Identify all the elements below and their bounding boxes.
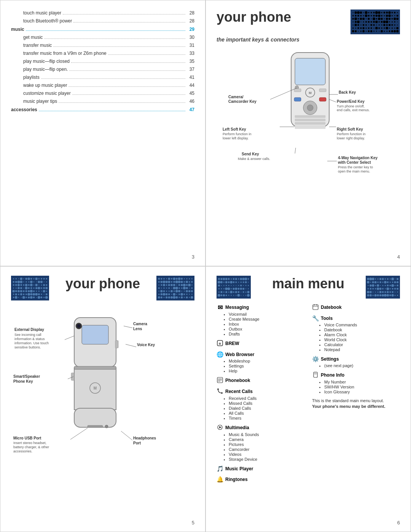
svg-point-126 <box>396 30 398 32</box>
svg-point-86 <box>386 24 388 26</box>
svg-text:Turn phone on/off,: Turn phone on/off, <box>337 104 365 108</box>
svg-rect-372 <box>74 366 116 369</box>
svg-point-263 <box>41 296 43 298</box>
toc-label: play music—flip closed <box>11 58 70 65</box>
toc-dots <box>26 30 185 31</box>
svg-point-248 <box>38 293 40 295</box>
toc-label: play music—flip open. <box>11 66 68 73</box>
svg-point-361 <box>184 297 185 298</box>
svg-point-1 <box>353 12 354 13</box>
svg-text:information & status: information & status <box>14 337 45 341</box>
svg-text:with Center Select: with Center Select <box>338 160 371 165</box>
toc-item: wake up music player 44 <box>11 82 194 89</box>
list-item: Voicemail <box>229 312 304 316</box>
svg-point-83 <box>379 24 380 26</box>
menu-section-title: B BREW <box>217 340 304 347</box>
svg-point-505 <box>397 281 398 283</box>
svg-point-245 <box>30 293 32 295</box>
svg-point-483 <box>375 278 376 279</box>
svg-point-229 <box>25 290 27 292</box>
svg-line-161 <box>295 148 296 153</box>
svg-point-520 <box>370 288 371 289</box>
svg-point-228 <box>23 290 25 292</box>
svg-point-352 <box>161 296 162 298</box>
svg-point-257 <box>25 297 27 298</box>
svg-point-469 <box>226 294 227 296</box>
svg-point-120 <box>381 30 383 32</box>
svg-point-529 <box>392 288 393 289</box>
svg-point-268 <box>161 278 162 279</box>
svg-point-362 <box>186 296 188 298</box>
svg-point-353 <box>164 297 165 298</box>
svg-line-158 <box>329 99 336 102</box>
page6-title: main menu <box>251 276 366 292</box>
svg-point-74 <box>355 24 357 26</box>
svg-text:Perform function in: Perform function in <box>337 132 366 136</box>
phone-svg-4: M <box>221 49 396 201</box>
svg-point-258 <box>28 296 30 298</box>
svg-text:4-Way Navigation Key: 4-Way Navigation Key <box>338 156 378 160</box>
svg-text:Micro USB Port: Micro USB Port <box>13 436 41 440</box>
svg-point-227 <box>20 290 22 292</box>
svg-point-107 <box>394 27 395 29</box>
svg-point-337 <box>158 293 160 295</box>
svg-point-364 <box>191 296 193 298</box>
menu-section-phoneinfo: Phone Info My Number SW/HW Version Icon … <box>312 372 400 394</box>
svg-point-488 <box>387 278 389 280</box>
svg-point-310 <box>161 288 162 289</box>
svg-point-493 <box>367 281 370 283</box>
svg-point-66 <box>381 21 383 23</box>
ringtones-label: Ringtones <box>225 477 248 482</box>
svg-point-236 <box>43 290 45 292</box>
svg-point-448 <box>237 288 239 289</box>
toc-page: 46 <box>187 98 194 105</box>
svg-point-200 <box>23 284 24 286</box>
svg-text:open the main menu.: open the main menu. <box>338 169 370 173</box>
page-title: your phone <box>217 10 291 24</box>
menu-section-messaging: ✉ Messaging Voicemail Create Message Inb… <box>217 304 304 336</box>
svg-point-434 <box>236 285 236 286</box>
svg-point-187 <box>25 281 27 282</box>
svg-point-6 <box>365 11 368 14</box>
svg-rect-374 <box>88 425 103 428</box>
svg-point-243 <box>25 293 27 295</box>
svg-point-525 <box>382 288 384 289</box>
svg-point-491 <box>395 278 395 279</box>
svg-point-307 <box>188 284 191 286</box>
svg-point-540 <box>387 291 389 293</box>
svg-point-97 <box>368 27 370 29</box>
svg-point-256 <box>22 296 25 299</box>
svg-point-11 <box>378 11 380 14</box>
svg-point-427 <box>218 284 220 286</box>
svg-text:lower left display.: lower left display. <box>223 136 249 140</box>
toc-item: customize music player 45 <box>11 90 194 97</box>
svg-point-313 <box>168 287 170 289</box>
svg-text:Make & answer calls.: Make & answer calls. <box>238 157 270 161</box>
svg-point-114 <box>366 31 366 32</box>
page-4: your phone the important keys & connecto… <box>206 0 411 266</box>
svg-point-435 <box>238 285 239 286</box>
svg-point-419 <box>230 281 233 283</box>
svg-point-281 <box>158 281 160 283</box>
svg-point-30 <box>381 15 382 16</box>
toc-item: touch Bluetooth® power 28 <box>11 18 194 24</box>
svg-point-355 <box>168 296 170 298</box>
list-item: Drafts <box>229 332 304 336</box>
svg-point-17 <box>394 12 395 13</box>
svg-point-497 <box>377 281 379 283</box>
svg-point-475 <box>241 295 241 296</box>
svg-point-412 <box>245 278 247 280</box>
svg-point-336 <box>191 290 193 292</box>
toc-page: 29 <box>187 26 194 33</box>
svg-point-292 <box>186 281 188 283</box>
svg-point-168 <box>13 278 14 279</box>
list-item: Icon Glossary <box>324 390 400 394</box>
svg-point-354 <box>166 296 167 298</box>
svg-point-25 <box>368 15 370 16</box>
svg-point-237 <box>46 291 47 292</box>
toc-label: transfer music from a V9m or Z6m phone <box>11 50 107 57</box>
toc-label: transfer music <box>11 42 52 49</box>
svg-point-225 <box>15 290 17 292</box>
svg-point-360 <box>181 296 183 298</box>
page4-subtitle: the important keys & connectors <box>217 37 400 43</box>
